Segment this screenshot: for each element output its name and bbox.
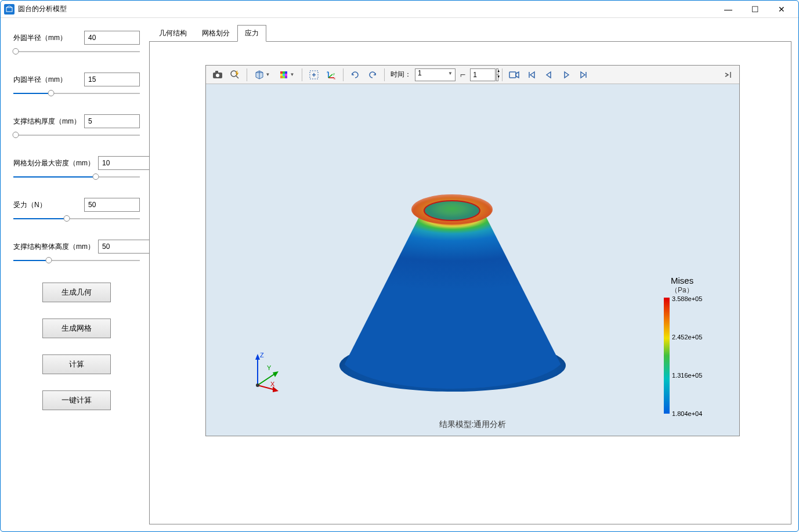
param-inner-radius: 内圆半径（mm） (13, 73, 140, 98)
legend-unit: （Pa） (671, 285, 729, 295)
time-step-input[interactable] (470, 68, 496, 81)
inner-radius-slider[interactable] (13, 89, 140, 98)
legend-title: Mises (671, 276, 729, 285)
svg-rect-2 (215, 71, 218, 73)
viewer-toolbar: ▼ ▼ (206, 66, 739, 84)
svg-rect-0 (6, 8, 12, 12)
viewer-frame: ▼ ▼ (149, 41, 791, 524)
skip-start-icon[interactable] (523, 67, 540, 82)
svg-marker-24 (273, 371, 279, 377)
tab-geometry[interactable]: 几何结构 (151, 25, 194, 42)
result-title: 结果模型:通用分析 (206, 419, 739, 430)
legend-tick: 2.452e+05 (672, 334, 702, 341)
svg-rect-14 (285, 76, 287, 78)
height-input[interactable] (98, 240, 154, 254)
param-label: 受力（N） (13, 200, 81, 210)
app-window: 圆台的分析模型 — ☐ ✕ 外圆半径（mm） 内圆半径（mm） (0, 0, 799, 532)
param-height: 支撑结构整体高度（mm） (13, 240, 140, 265)
param-thickness: 支撑结构厚度（mm） (13, 114, 140, 140)
legend-tick: 1.804e+04 (672, 410, 702, 417)
cone-model (339, 189, 566, 392)
play-icon[interactable] (558, 67, 574, 82)
force-input[interactable] (84, 198, 140, 212)
viewer-3d[interactable]: ▼ ▼ (205, 65, 740, 436)
color-cube-icon[interactable]: ▼ (275, 67, 298, 82)
canvas-area[interactable]: Z Y X Mises (206, 84, 739, 436)
compute-button[interactable]: 计算 (42, 354, 111, 374)
height-slider[interactable] (13, 256, 140, 265)
svg-text:y: y (333, 72, 335, 75)
minimize-button[interactable]: — (715, 1, 742, 18)
generate-mesh-button[interactable]: 生成网格 (42, 319, 111, 338)
tab-stress[interactable]: 应力 (237, 25, 266, 42)
fit-view-icon[interactable] (306, 67, 322, 82)
time-label: 时间： (391, 70, 411, 79)
svg-rect-10 (283, 74, 285, 76)
svg-text:X: X (270, 381, 275, 388)
one-click-compute-button[interactable]: 一键计算 (42, 390, 111, 410)
param-label: 支撑结构厚度（mm） (13, 117, 81, 126)
param-outer-radius: 外圆半径（mm） (13, 31, 140, 56)
svg-rect-6 (280, 71, 283, 74)
mesh-density-slider[interactable] (13, 172, 140, 182)
param-label: 内圆半径（mm） (13, 75, 81, 85)
outer-radius-input[interactable] (84, 31, 140, 45)
generate-geometry-button[interactable]: 生成几何 (42, 283, 111, 302)
app-icon (4, 4, 15, 15)
sidebar: 外圆半径（mm） 内圆半径（mm） 支撑结构厚度（mm） (8, 25, 142, 524)
svg-rect-12 (280, 76, 283, 78)
param-force: 受力（N） (13, 198, 140, 223)
view-cube-icon[interactable]: ▼ (251, 67, 274, 82)
legend-tick: 1.316e+05 (672, 372, 702, 379)
close-button[interactable]: ✕ (768, 1, 795, 18)
content-area: 外圆半径（mm） 内圆半径（mm） 支撑结构厚度（mm） (1, 18, 798, 531)
window-title: 圆台的分析模型 (18, 4, 67, 14)
step-back-icon[interactable] (541, 67, 557, 82)
param-label: 外圆半径（mm） (13, 33, 81, 43)
record-icon[interactable] (506, 67, 522, 82)
param-label: 支撑结构整体高度（mm） (13, 242, 95, 252)
svg-point-29 (256, 383, 259, 387)
tab-mesh[interactable]: 网格划分 (194, 25, 237, 42)
svg-text:Y: Y (267, 364, 272, 371)
svg-rect-11 (285, 74, 287, 76)
step-up-button[interactable]: ▲ (496, 68, 498, 75)
titlebar: 圆台的分析模型 — ☐ ✕ (1, 1, 798, 18)
svg-rect-7 (283, 71, 285, 74)
camera-icon[interactable] (209, 67, 226, 82)
param-label: 网格划分最大密度（mm） (13, 158, 95, 168)
force-slider[interactable] (13, 214, 140, 223)
legend-colorbar (664, 298, 670, 414)
svg-text:x: x (334, 77, 335, 79)
svg-text:Z: Z (260, 352, 264, 359)
svg-rect-19 (509, 72, 516, 78)
svg-line-5 (236, 76, 238, 78)
rotate-ccw-icon[interactable] (364, 67, 381, 82)
svg-rect-9 (280, 74, 283, 76)
param-mesh-density: 网格划分最大密度（mm） (13, 156, 140, 182)
svg-rect-13 (283, 76, 285, 78)
zoom-flash-icon[interactable] (227, 67, 243, 82)
svg-text:z: z (327, 70, 328, 74)
svg-point-3 (216, 74, 219, 77)
svg-rect-8 (285, 71, 287, 74)
thickness-slider[interactable] (13, 131, 140, 140)
legend-tick: 3.588e+05 (672, 295, 702, 302)
axes-toggle-icon[interactable]: zyx (323, 67, 339, 82)
thickness-input[interactable] (84, 114, 140, 128)
maximize-button[interactable]: ☐ (742, 1, 768, 18)
step-down-button[interactable]: ▼ (496, 75, 498, 81)
svg-point-4 (231, 71, 237, 77)
angle-icon: ⌐ (460, 70, 465, 80)
tab-bar: 几何结构 网格划分 应力 (149, 25, 791, 42)
color-legend: Mises （Pa） 3.588e+05 2.452e+05 1.316e+05… (671, 276, 729, 298)
svg-marker-21 (255, 354, 260, 360)
mesh-density-input[interactable] (98, 156, 154, 170)
toolbar-overflow-icon[interactable] (720, 67, 736, 82)
rotate-cw-icon[interactable] (347, 67, 363, 82)
axis-triad: Z Y X (250, 352, 284, 392)
skip-end-icon[interactable] (576, 67, 592, 82)
time-select[interactable]: 1▼ (415, 68, 455, 81)
outer-radius-slider[interactable] (13, 47, 140, 56)
inner-radius-input[interactable] (84, 73, 140, 86)
